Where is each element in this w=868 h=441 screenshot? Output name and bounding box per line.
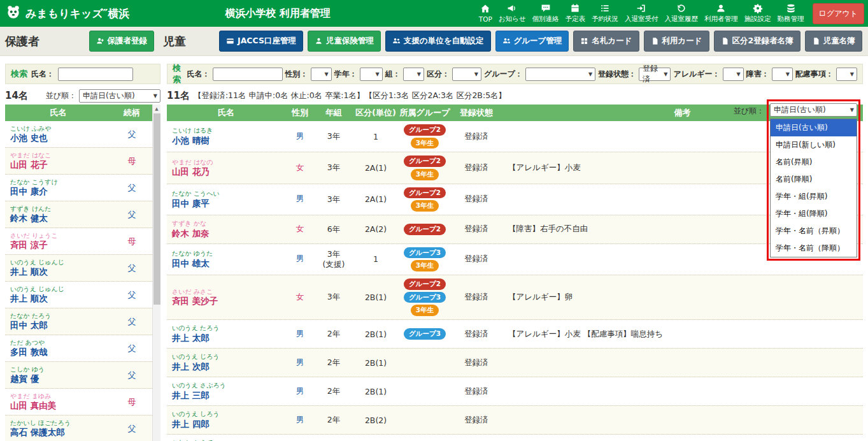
nav-news[interactable]: お知らせ [495,3,529,24]
nav-entry-exit-reception[interactable]: 入退室受付 [622,3,662,24]
guardian-name-link[interactable]: 井上 順次 [10,266,111,277]
guardian-row: こしか ゆう越賀 優父 [5,362,152,389]
col-name: 氏名 [5,107,111,119]
child-kubun: 2B(1) [353,358,399,368]
sort-option[interactable]: 名前(昇順) [771,154,857,171]
allergy-filter-select[interactable]: ▼ [723,68,744,81]
grid-icon [580,37,588,45]
filter-grade-label: 学年： [334,69,357,80]
guardian-name-link[interactable]: 越賀 優 [10,373,111,384]
nav-user-management[interactable]: 利用者管理 [701,3,741,24]
child-name-link[interactable]: 井上 四郎 [172,419,285,430]
guardian-name-link[interactable]: 斉田 涼子 [10,240,111,250]
nav-facility-settings[interactable]: 施設設定 [741,3,774,24]
guardian-register-button[interactable]: 保護者登録 [89,31,155,52]
child-grade: 2年 [315,329,353,339]
guardian-name-input[interactable] [58,68,133,81]
disability-filter-select[interactable]: ▼ [772,68,793,81]
child-name-link[interactable]: 井上 太郎 [172,333,285,343]
sort-option[interactable]: 学年・組(降順) [771,205,857,222]
nav-reservations[interactable]: 予約状況 [588,3,622,24]
col-grade: 年組 [315,107,353,119]
person-plus-icon [96,37,104,45]
guardian-relation: 父 [111,343,152,354]
usage-card-button[interactable]: 利用カード [644,31,709,52]
auto-support-unit-button[interactable]: 支援の単位を自動設定 [385,31,491,52]
filter-class-label: 組： [385,69,401,80]
sort-option[interactable]: 学年・組(昇順) [771,188,857,205]
guardian-name-link[interactable]: 田中 太郎 [10,320,111,331]
child-row: さいだ みさこ斉田 美沙子女3年2B(1)グループ2グループ33年生登録済【アレ… [167,275,863,320]
guardian-name-link[interactable]: 山田 花子 [10,159,111,170]
scrollbar-thumb[interactable] [153,113,160,305]
guardian-name-link[interactable]: 多田 敦哉 [10,347,111,358]
group-badge: 3年生 [411,138,439,149]
consideration-filter-select[interactable]: ▼ [836,68,857,81]
guardian-name-link[interactable]: 井上 順次 [10,293,111,304]
app-logo[interactable]: みまもりキッズ″横浜 [5,4,129,23]
group-badge: 3年生 [411,260,439,271]
guardian-search-bar: 検索 氏名： [5,64,160,84]
sort-option[interactable]: 申請日(古い順) [771,119,857,136]
people-icon [392,37,401,45]
sort-option[interactable]: 申請日(新しい順) [771,136,857,154]
coins-icon [786,3,796,13]
child-name-link[interactable]: 井上 三郎 [172,390,285,401]
col-gender: 性別 [285,107,315,119]
scrollbar-up-arrow[interactable]: ▲ [153,105,160,113]
child-name-link[interactable]: 井上 次郎 [172,361,285,372]
nav-individual-contact[interactable]: 個別連絡 [529,3,562,24]
child-name-link[interactable]: 小池 晴樹 [172,135,285,146]
child-row: すずき かな鈴木 加奈女6年2A(2)グループ2登録済【障害】右手の不自由 [167,215,863,244]
grade-filter-select[interactable]: ▼ [360,68,383,81]
guardian-name-link[interactable]: 山田 真由美 [10,400,111,411]
child-gender: 男 [285,358,315,368]
class-filter-select[interactable]: ▼ [403,68,424,81]
jaccs-account-button[interactable]: JACCS口座管理 [219,31,303,52]
child-name-link[interactable]: 山田 花乃 [172,166,285,177]
guardian-name-link[interactable]: 高石 保護太郎 [10,427,111,438]
sort-option[interactable]: 学年・名前（降順） [771,240,857,257]
kubun-filter-select[interactable]: ▼ [452,68,481,81]
child-groups: グループ23年生 [399,152,451,183]
sort-option[interactable]: 学年・名前（昇順） [771,222,857,240]
children-title: 児童 [163,34,186,49]
children-roster-button[interactable]: 児童名簿 [805,31,862,52]
guardians-title: 保護者 [5,34,39,49]
status-filter-select[interactable]: 登録済▼ [639,68,671,81]
child-status: 登録済 [451,131,502,142]
guardian-name-link[interactable]: 小池 史也 [10,133,111,143]
filter-name-label: 氏名： [187,69,210,80]
child-name-input[interactable] [213,68,283,81]
nav-schedule[interactable]: 予定表 [562,3,589,24]
nav-work-management[interactable]: 勤務管理 [774,3,808,24]
child-name-link[interactable]: 田中 康平 [172,198,285,209]
child-insurance-button[interactable]: 児童保険管理 [308,31,381,52]
guardian-relation: 母 [111,236,152,247]
children-sort-select[interactable]: 申請日(古い順) ▼ [770,103,857,117]
people-icon [502,37,511,45]
guardian-name-link[interactable]: 田中 康介 [10,186,111,197]
name-tag-card-button[interactable]: 名札カード [573,31,639,52]
logout-button[interactable]: ログアウト [813,3,864,24]
child-name-link[interactable]: 鈴木 加奈 [172,228,285,239]
child-name-link[interactable]: 田中 雄太 [172,258,285,269]
group-management-button[interactable]: グループ管理 [495,31,569,52]
guardian-list-scrollbar[interactable]: ▲ [152,105,160,441]
guardian-kana: たなか たろう [10,312,111,321]
kubun2-roster-button[interactable]: 区分2登録者名簿 [714,31,800,52]
sign-in-icon [636,3,646,13]
guardian-relation: 父 [111,370,152,381]
child-gender: 男 [285,254,315,264]
nav-entry-exit-history[interactable]: 入退室履歴 [662,3,702,24]
chevron-down-icon: ▼ [153,93,157,99]
group-filter-select[interactable]: ▼ [525,68,595,81]
guardian-sort-select[interactable]: 申請日(古い順) ▼ [79,89,160,103]
sort-option[interactable]: 名前(降順) [771,171,857,188]
guardian-name-link[interactable]: 鈴木 健太 [10,213,111,224]
child-name-link[interactable]: 斉田 美沙子 [172,296,285,307]
group-badge: 3年生 [411,305,439,316]
nav-top[interactable]: TOP [476,4,495,23]
guardian-relation: 父 [111,316,152,328]
gender-filter-select[interactable]: ▼ [311,68,332,81]
